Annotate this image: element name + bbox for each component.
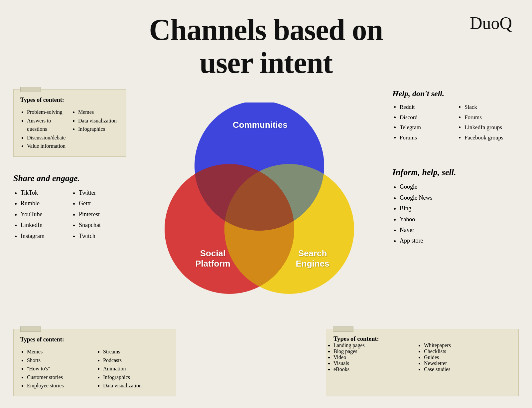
bottom-right-col1: Landing pages Blog pages Video Visuals e… bbox=[333, 342, 421, 372]
list-item: Animation bbox=[103, 364, 169, 373]
venn-container: Communities Social Platform Search Engin… bbox=[160, 102, 359, 309]
list-item: Discord bbox=[400, 112, 454, 123]
top-note-col1: Problem-solving Answers to questions Dis… bbox=[20, 108, 68, 150]
share-engage-section: Share and engage. TikTok Rumble YouTube … bbox=[13, 173, 126, 241]
list-item: "How to's" bbox=[27, 364, 93, 373]
inform-help-sell-list: Google Google News Bing Yahoo Naver App … bbox=[392, 181, 519, 246]
list-item: Answers to questions bbox=[27, 116, 68, 133]
bottom-right-section: Types of content: Landing pages Blog pag… bbox=[180, 329, 519, 396]
left-column: Types of content: Problem-solving Answer… bbox=[13, 89, 126, 248]
logo: DuoQ bbox=[470, 13, 512, 33]
list-item: Value information bbox=[27, 142, 68, 150]
top-note-col2: Memes Data visualization Infographics bbox=[71, 108, 119, 150]
bottom-right-col2: Whitepapers Checklists Guides Newsletter… bbox=[424, 342, 511, 372]
list-item: Newsletter bbox=[424, 360, 511, 366]
bottom-right-note-card: Types of content: Landing pages Blog pag… bbox=[326, 329, 519, 396]
list-item: Gettr bbox=[79, 198, 126, 209]
list-item: Instagram bbox=[21, 231, 68, 241]
share-engage-list: TikTok Rumble YouTube LinkedIn Instagram… bbox=[13, 187, 126, 241]
bottom-left-col2: Streams Podcasts Animation Infographics … bbox=[96, 347, 169, 390]
help-dont-sell-title: Help, don't sell. bbox=[392, 89, 519, 98]
list-item: App store bbox=[400, 235, 519, 246]
top-note-title: Types of content: bbox=[20, 96, 119, 104]
list-item: Naver bbox=[400, 225, 519, 235]
venn-svg bbox=[160, 102, 359, 309]
list-item: Bing bbox=[400, 203, 519, 214]
bottom-layout: Types of content: Memes Shorts "How to's… bbox=[13, 329, 519, 396]
list-item: Google bbox=[400, 181, 519, 192]
list-item: Discussion/debate bbox=[27, 133, 68, 142]
list-item: Rumble bbox=[21, 198, 68, 209]
header: Channels based on user intent DuoQ bbox=[13, 10, 519, 89]
list-item: Landing pages bbox=[333, 342, 421, 348]
list-item: Twitch bbox=[79, 231, 126, 241]
list-item: Infographics bbox=[103, 373, 169, 382]
list-item: Memes bbox=[27, 347, 93, 356]
inform-help-sell-section: Inform, help, sell. Google Google News B… bbox=[392, 167, 519, 246]
list-item: Guides bbox=[424, 354, 511, 360]
list-item: Pinterest bbox=[79, 209, 126, 220]
list-item: Memes bbox=[78, 108, 119, 116]
list-item: Data visualization bbox=[78, 116, 119, 125]
list-item: Podcasts bbox=[103, 356, 169, 365]
list-item: Data visualization bbox=[103, 381, 169, 390]
list-item: LinkedIn bbox=[21, 220, 68, 230]
list-item: Streams bbox=[103, 347, 169, 356]
help-dont-sell-list: Reddit Discord Telegram Forums Slack For… bbox=[392, 102, 519, 143]
social-platform-label: Social Platform bbox=[186, 248, 239, 269]
top-note-card: Types of content: Problem-solving Answer… bbox=[13, 89, 126, 157]
list-item: Twitter bbox=[79, 187, 126, 198]
list-item: Slack bbox=[465, 102, 519, 112]
bottom-left-note-card: Types of content: Memes Shorts "How to's… bbox=[13, 329, 176, 396]
page: Channels based on user intent DuoQ Types… bbox=[0, 0, 532, 408]
bottom-left-note-title: Types of content: bbox=[20, 335, 169, 344]
list-item: Telegram bbox=[400, 122, 454, 133]
list-item: Google News bbox=[400, 192, 519, 203]
list-item: Blog pages bbox=[333, 348, 421, 354]
right-column: Help, don't sell. Reddit Discord Telegra… bbox=[392, 89, 519, 246]
list-item: Problem-solving bbox=[27, 108, 68, 116]
list-item: TikTok bbox=[21, 187, 68, 198]
search-engines-label: Search Engines bbox=[286, 248, 339, 269]
share-engage-title: Share and engage. bbox=[13, 173, 126, 183]
communities-label: Communities bbox=[233, 120, 286, 130]
list-item: Whitepapers bbox=[424, 342, 511, 348]
bottom-right-note-title: Types of content: bbox=[333, 335, 511, 342]
list-item: Case studies bbox=[424, 366, 511, 372]
list-item: Snapchat bbox=[79, 220, 126, 230]
list-item: YouTube bbox=[21, 209, 68, 220]
list-item: Employee stories bbox=[27, 381, 93, 390]
list-item: Shorts bbox=[27, 356, 93, 365]
main-layout: Types of content: Problem-solving Answer… bbox=[13, 89, 519, 322]
list-item: Video bbox=[333, 354, 421, 360]
list-item: Checklists bbox=[424, 348, 511, 354]
list-item: Reddit bbox=[400, 102, 454, 112]
list-item: Forums bbox=[465, 112, 519, 123]
list-item: Yahoo bbox=[400, 214, 519, 225]
page-title: Channels based on user intent bbox=[13, 13, 519, 79]
list-item: Forums bbox=[400, 133, 454, 143]
list-item: Infographics bbox=[78, 125, 119, 133]
list-item: Facebook groups bbox=[465, 133, 519, 143]
list-item: eBooks bbox=[333, 366, 421, 372]
venn-diagram-area: Communities Social Platform Search Engin… bbox=[126, 89, 392, 322]
bottom-left-col1: Memes Shorts "How to's" Customer stories… bbox=[20, 347, 93, 390]
list-item: Visuals bbox=[333, 360, 421, 366]
help-dont-sell-section: Help, don't sell. Reddit Discord Telegra… bbox=[392, 89, 519, 143]
inform-help-sell-title: Inform, help, sell. bbox=[392, 167, 519, 177]
list-item: LinkedIn groups bbox=[465, 122, 519, 133]
list-item: Customer stories bbox=[27, 373, 93, 382]
bottom-left-section: Types of content: Memes Shorts "How to's… bbox=[13, 329, 180, 396]
